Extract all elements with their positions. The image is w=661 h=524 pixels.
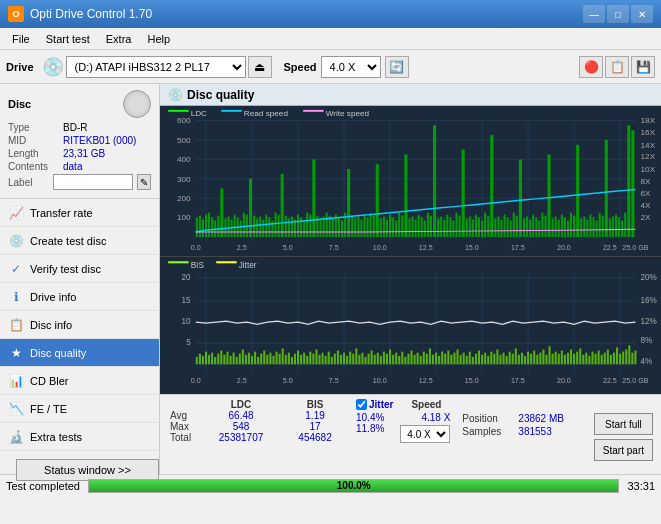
svg-rect-131 bbox=[452, 220, 454, 236]
svg-rect-169 bbox=[573, 216, 575, 237]
main-layout: Disc Type BD-R MID RITEKB01 (000) Length… bbox=[0, 84, 661, 474]
sidebar-item-fe-te[interactable]: 📉 FE / TE bbox=[0, 395, 159, 423]
svg-rect-343 bbox=[549, 347, 551, 365]
svg-rect-331 bbox=[512, 354, 514, 365]
svg-rect-276 bbox=[343, 353, 345, 365]
minimize-button[interactable]: — bbox=[583, 5, 605, 23]
eject-button[interactable]: ⏏ bbox=[248, 56, 272, 78]
menu-start-test[interactable]: Start test bbox=[38, 31, 98, 47]
svg-rect-297 bbox=[407, 354, 409, 365]
svg-rect-172 bbox=[583, 217, 585, 237]
sidebar-item-disc-info[interactable]: 📋 Disc info bbox=[0, 311, 159, 339]
sidebar-item-drive-info[interactable]: ℹ Drive info bbox=[0, 283, 159, 311]
svg-rect-114 bbox=[398, 213, 400, 237]
svg-rect-295 bbox=[401, 352, 403, 365]
avg-ldc: 66.48 bbox=[200, 410, 282, 421]
svg-rect-327 bbox=[499, 355, 501, 364]
svg-text:8X: 8X bbox=[641, 177, 652, 186]
svg-rect-289 bbox=[383, 352, 385, 365]
start-full-button[interactable]: Start full bbox=[594, 413, 653, 435]
svg-rect-109 bbox=[383, 217, 385, 237]
svg-rect-111 bbox=[389, 215, 391, 237]
svg-text:22.5: 22.5 bbox=[603, 245, 617, 252]
svg-rect-357 bbox=[591, 352, 593, 365]
total-label: Total bbox=[168, 432, 200, 443]
maximize-button[interactable]: □ bbox=[607, 5, 629, 23]
svg-text:4%: 4% bbox=[641, 356, 653, 366]
length-label: Length bbox=[8, 148, 63, 159]
svg-rect-268 bbox=[318, 355, 320, 364]
svg-rect-229 bbox=[199, 354, 201, 365]
svg-rect-296 bbox=[404, 357, 406, 364]
svg-rect-241 bbox=[236, 357, 238, 364]
close-button[interactable]: ✕ bbox=[631, 5, 653, 23]
max-ldc: 548 bbox=[200, 421, 282, 432]
svg-rect-300 bbox=[417, 353, 419, 365]
menu-file[interactable]: File bbox=[4, 31, 38, 47]
svg-rect-65 bbox=[243, 213, 245, 237]
svg-rect-242 bbox=[239, 354, 241, 365]
svg-rect-101 bbox=[357, 217, 359, 237]
toolbar-icon-1[interactable]: 🔴 bbox=[579, 56, 603, 78]
menu-extra[interactable]: Extra bbox=[98, 31, 140, 47]
svg-rect-299 bbox=[414, 355, 416, 364]
svg-rect-253 bbox=[272, 356, 274, 364]
svg-rect-108 bbox=[380, 219, 382, 237]
fe-te-label: FE / TE bbox=[30, 403, 67, 415]
svg-rect-259 bbox=[291, 357, 293, 364]
svg-text:2.5: 2.5 bbox=[237, 376, 247, 385]
svg-rect-369 bbox=[628, 346, 630, 365]
sidebar-item-create-test-disc[interactable]: 💿 Create test disc bbox=[0, 227, 159, 255]
chart-ldc: LDC Read speed Write speed bbox=[160, 106, 661, 257]
disc-quality-header: 💿 Disc quality bbox=[160, 84, 661, 106]
verify-test-disc-icon: ✓ bbox=[8, 262, 24, 276]
svg-rect-361 bbox=[604, 353, 606, 365]
total-ldc: 25381707 bbox=[200, 432, 282, 443]
svg-text:4X: 4X bbox=[641, 201, 652, 210]
drive-selector[interactable]: (D:) ATAPI iHBS312 2 PL17 bbox=[66, 56, 246, 78]
sidebar-item-transfer-rate[interactable]: 📈 Transfer rate bbox=[0, 199, 159, 227]
svg-rect-270 bbox=[325, 356, 327, 364]
svg-rect-347 bbox=[561, 351, 563, 365]
sidebar-item-extra-tests[interactable]: 🔬 Extra tests bbox=[0, 423, 159, 451]
svg-rect-51 bbox=[199, 216, 201, 237]
refresh-button[interactable]: 🔄 bbox=[385, 56, 409, 78]
jitter-checkbox[interactable] bbox=[356, 399, 367, 410]
progress-bar-container: 100.0% bbox=[88, 479, 619, 493]
svg-rect-319 bbox=[475, 354, 477, 365]
svg-rect-228 bbox=[196, 357, 198, 364]
label-input[interactable] bbox=[53, 174, 133, 190]
svg-rect-84 bbox=[303, 220, 305, 236]
svg-rect-303 bbox=[426, 354, 428, 365]
speed-selector[interactable]: 4.0 X bbox=[321, 56, 381, 78]
menu-help[interactable]: Help bbox=[139, 31, 178, 47]
svg-rect-171 bbox=[580, 219, 582, 237]
svg-text:Write speed: Write speed bbox=[326, 109, 369, 118]
svg-rect-342 bbox=[545, 355, 547, 364]
svg-rect-1 bbox=[168, 110, 188, 112]
svg-rect-247 bbox=[254, 352, 256, 365]
label-edit-button[interactable]: ✎ bbox=[137, 174, 151, 190]
svg-rect-134 bbox=[462, 150, 465, 237]
svg-text:0.0: 0.0 bbox=[191, 245, 201, 252]
toolbar-icon-2[interactable]: 📋 bbox=[605, 56, 629, 78]
svg-rect-127 bbox=[440, 217, 442, 237]
progress-label: 100.0% bbox=[89, 480, 618, 492]
svg-rect-257 bbox=[285, 355, 287, 364]
sidebar-item-disc-quality[interactable]: ★ Disc quality bbox=[0, 339, 159, 367]
svg-rect-269 bbox=[322, 353, 324, 365]
svg-rect-100 bbox=[354, 219, 356, 237]
svg-rect-285 bbox=[371, 351, 373, 365]
svg-text:20.0: 20.0 bbox=[557, 376, 571, 385]
svg-rect-323 bbox=[487, 356, 489, 364]
svg-rect-344 bbox=[552, 354, 554, 365]
svg-rect-345 bbox=[555, 352, 557, 365]
speed-select-stats[interactable]: 4.0 X bbox=[400, 425, 450, 443]
start-part-button[interactable]: Start part bbox=[594, 439, 653, 461]
transfer-rate-icon: 📈 bbox=[8, 206, 24, 220]
svg-rect-251 bbox=[266, 355, 268, 364]
sidebar-item-verify-test-disc[interactable]: ✓ Verify test disc bbox=[0, 255, 159, 283]
svg-text:15.0: 15.0 bbox=[465, 376, 479, 385]
save-button[interactable]: 💾 bbox=[631, 56, 655, 78]
sidebar-item-cd-bler[interactable]: 📊 CD Bler bbox=[0, 367, 159, 395]
